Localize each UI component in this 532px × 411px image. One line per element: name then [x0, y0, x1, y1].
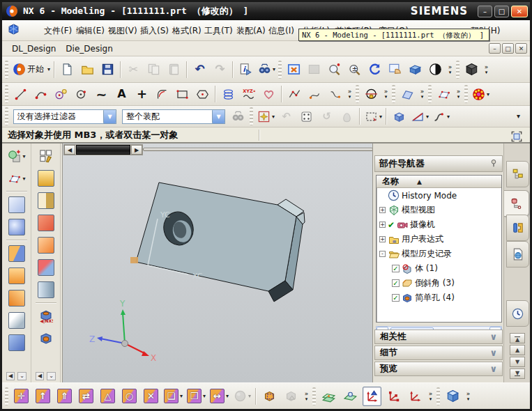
delete-button[interactable]: ✕ — [142, 387, 160, 406]
model-canvas[interactable]: YC XC Y Z X — [63, 144, 372, 382]
flange-button[interactable] — [4, 287, 29, 309]
curve-rule-button[interactable]: ▾ — [431, 107, 450, 126]
copy-button[interactable] — [144, 60, 163, 79]
tree-row-6[interactable]: ✓体 (1) — [377, 261, 501, 276]
boss-button[interactable] — [33, 327, 59, 350]
offset-region-button[interactable]: ⇑ — [55, 387, 74, 406]
sweep-button[interactable] — [33, 212, 59, 234]
assembly-navigator-tab[interactable] — [506, 161, 529, 187]
toolbar-grip[interactable] — [5, 387, 8, 405]
collapse-icon[interactable]: - — [379, 251, 386, 257]
menu-8[interactable]: 信息(I) — [268, 25, 294, 37]
scroll-left-button[interactable]: ◀ — [64, 145, 75, 155]
wcs-dynamics-button[interactable] — [384, 387, 403, 406]
pattern-face-button[interactable]: ❒▾ — [186, 387, 206, 406]
circle-button[interactable] — [52, 85, 70, 103]
dock-collapse-button[interactable]: ◀ — [6, 372, 15, 380]
dropdown-arrow-icon[interactable]: ▼ — [212, 110, 225, 123]
rendering-style-button[interactable] — [426, 60, 445, 79]
toolbar-overflow-button[interactable]: »▾ — [464, 391, 473, 402]
datum-plane-button[interactable]: ▾ — [4, 167, 29, 189]
reuse-library-tab[interactable] — [506, 215, 529, 241]
shell-button[interactable]: ▾ — [232, 387, 252, 406]
tree-row-7[interactable]: ✓倒斜角 (3) — [377, 276, 501, 290]
toolbar-grip[interactable] — [436, 387, 440, 405]
bridge-curve-button[interactable] — [305, 85, 324, 103]
toolbar-grip[interactable] — [278, 61, 282, 79]
toolbar-grip[interactable] — [428, 85, 432, 103]
sphere-button[interactable] — [4, 216, 29, 238]
helix-button[interactable] — [219, 85, 238, 103]
feature-checkbox[interactable]: ✓ — [392, 294, 400, 302]
selection-scope-combo[interactable]: 整个装配▼ — [122, 109, 225, 124]
chevron-down-icon[interactable]: ∨ — [489, 334, 497, 341]
move-face-button[interactable]: ✛ — [12, 387, 31, 406]
sketch-button[interactable] — [33, 145, 59, 167]
orient-view-button[interactable] — [337, 107, 356, 126]
snap-point-button[interactable]: ▾ — [256, 107, 275, 126]
graphics-viewport[interactable]: ◀ ▶ — [62, 144, 372, 382]
resize-face-button[interactable]: ↔▾ — [209, 387, 229, 406]
spline-button[interactable]: ~ — [92, 85, 111, 103]
arc-button[interactable] — [31, 85, 50, 103]
menu-2[interactable]: 编辑(E) — [76, 25, 105, 37]
rectangle-button[interactable] — [173, 85, 192, 103]
extrude-button[interactable] — [4, 194, 29, 216]
selection-filter-combo[interactable]: 没有选择过滤器▼ — [13, 109, 116, 124]
new-file-button[interactable] — [58, 60, 77, 79]
maximize-button[interactable]: □ — [494, 6, 509, 17]
minimize-button[interactable]: – — [478, 6, 492, 17]
tree-row-2[interactable]: +模型视图 — [377, 203, 501, 217]
tree-row-4[interactable]: +=用户表达式 — [377, 232, 501, 247]
wcs-origin-button[interactable] — [406, 387, 425, 406]
scroll-up-button[interactable]: ▲ — [510, 345, 525, 355]
law-curve-button[interactable] — [259, 85, 278, 103]
zoom-in-out-button[interactable]: ± — [345, 60, 364, 79]
circle-point-button[interactable] — [72, 85, 91, 103]
view-orient-cube-button[interactable] — [443, 387, 462, 406]
point-button[interactable]: + — [132, 85, 151, 103]
tree-row-5[interactable]: -模型历史记录 — [377, 247, 501, 261]
fillet-button[interactable] — [153, 85, 172, 103]
scroll-right-button[interactable]: ▶ — [131, 145, 142, 155]
block-button[interactable] — [4, 242, 29, 265]
section-3-bar[interactable]: 预览∨ — [374, 362, 503, 376]
close-button[interactable]: ✕ — [511, 6, 528, 17]
toolbar-grip[interactable] — [5, 61, 8, 79]
toolbar-overflow-button[interactable]: »▾ — [345, 88, 354, 100]
part-navigator-tab[interactable] — [504, 190, 529, 217]
column-header-name[interactable]: 名称 ▲ — [377, 176, 501, 188]
save-button[interactable] — [98, 60, 117, 79]
selection-rectangle-button[interactable]: ▾ — [363, 107, 383, 126]
rotate-wcs-button[interactable]: ↺ — [317, 107, 336, 126]
undo-selection-button[interactable]: ↶ — [277, 107, 296, 126]
rotate-view-button[interactable] — [365, 60, 384, 79]
dock-overflow[interactable]: ◀⌄ — [6, 372, 26, 382]
replace-face-button[interactable]: ⇄ — [77, 387, 96, 406]
point-constructor-button[interactable]: XYZ= — [239, 85, 258, 103]
shaded-view-button[interactable] — [462, 60, 481, 79]
toolbar-grip[interactable] — [250, 107, 253, 125]
pan-button[interactable] — [386, 60, 404, 79]
feature-checkbox[interactable]: ✓ — [392, 265, 400, 272]
custom-menu-die_design[interactable]: Die_Design — [66, 44, 112, 54]
update-display-button[interactable] — [305, 60, 324, 79]
step-block-button[interactable] — [4, 332, 29, 354]
dock-collapse-button[interactable]: ◀ — [36, 372, 44, 380]
menu-6[interactable]: 工具(T) — [204, 25, 233, 37]
toolbar-overflow-button[interactable]: »▾ — [381, 88, 390, 100]
toolbar-grip[interactable] — [464, 85, 468, 103]
expand-icon[interactable]: + — [379, 207, 386, 213]
text-button[interactable]: A — [112, 85, 131, 103]
toolbar-grip[interactable] — [392, 85, 395, 103]
linked-body-button[interactable] — [282, 387, 301, 406]
datum-plane-grid-button[interactable] — [319, 387, 338, 406]
toolbar-grip[interactable] — [5, 107, 8, 125]
pin-icon[interactable] — [489, 157, 499, 171]
scroll-bottom-button[interactable]: ▼ — [510, 369, 525, 379]
scroll-top-button[interactable]: ▲ — [510, 333, 525, 343]
toolbar-overflow-button[interactable]: »▾ — [446, 64, 455, 75]
mdi-close-button[interactable]: ✕ — [515, 43, 527, 54]
toolbar-overflow-button[interactable]: »▾ — [302, 391, 311, 402]
color-palette-button[interactable]: ▾ — [471, 85, 490, 103]
